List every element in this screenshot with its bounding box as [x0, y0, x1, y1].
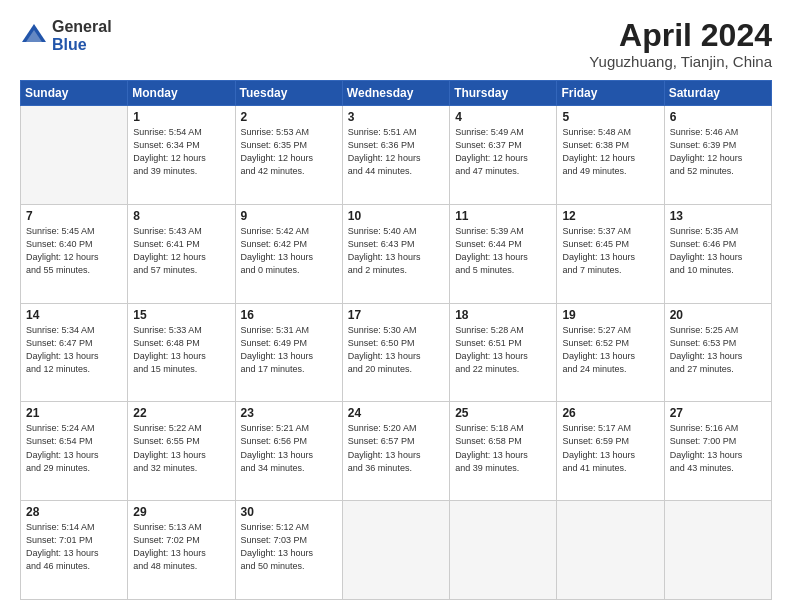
day-number: 21: [26, 406, 122, 420]
header: General Blue April 2024 Yuguzhuang, Tian…: [20, 18, 772, 70]
day-number: 6: [670, 110, 766, 124]
calendar-cell: 21Sunrise: 5:24 AM Sunset: 6:54 PM Dayli…: [21, 402, 128, 501]
day-info: Sunrise: 5:18 AM Sunset: 6:58 PM Dayligh…: [455, 422, 551, 474]
day-number: 3: [348, 110, 444, 124]
day-info: Sunrise: 5:34 AM Sunset: 6:47 PM Dayligh…: [26, 324, 122, 376]
day-info: Sunrise: 5:12 AM Sunset: 7:03 PM Dayligh…: [241, 521, 337, 573]
day-info: Sunrise: 5:24 AM Sunset: 6:54 PM Dayligh…: [26, 422, 122, 474]
day-number: 1: [133, 110, 229, 124]
weekday-header-sunday: Sunday: [21, 81, 128, 106]
calendar-header: SundayMondayTuesdayWednesdayThursdayFrid…: [21, 81, 772, 106]
day-info: Sunrise: 5:31 AM Sunset: 6:49 PM Dayligh…: [241, 324, 337, 376]
day-info: Sunrise: 5:46 AM Sunset: 6:39 PM Dayligh…: [670, 126, 766, 178]
weekday-header-saturday: Saturday: [664, 81, 771, 106]
day-number: 19: [562, 308, 658, 322]
day-number: 22: [133, 406, 229, 420]
calendar-cell: 1Sunrise: 5:54 AM Sunset: 6:34 PM Daylig…: [128, 106, 235, 205]
day-info: Sunrise: 5:51 AM Sunset: 6:36 PM Dayligh…: [348, 126, 444, 178]
calendar-cell: 27Sunrise: 5:16 AM Sunset: 7:00 PM Dayli…: [664, 402, 771, 501]
logo-text: General Blue: [52, 18, 112, 53]
calendar-cell: 22Sunrise: 5:22 AM Sunset: 6:55 PM Dayli…: [128, 402, 235, 501]
calendar-cell: [21, 106, 128, 205]
day-number: 2: [241, 110, 337, 124]
calendar-cell: 23Sunrise: 5:21 AM Sunset: 6:56 PM Dayli…: [235, 402, 342, 501]
day-number: 23: [241, 406, 337, 420]
calendar-cell: 7Sunrise: 5:45 AM Sunset: 6:40 PM Daylig…: [21, 204, 128, 303]
logo: General Blue: [20, 18, 112, 53]
calendar-week-2: 7Sunrise: 5:45 AM Sunset: 6:40 PM Daylig…: [21, 204, 772, 303]
weekday-header-tuesday: Tuesday: [235, 81, 342, 106]
day-number: 12: [562, 209, 658, 223]
day-number: 9: [241, 209, 337, 223]
day-number: 25: [455, 406, 551, 420]
day-info: Sunrise: 5:37 AM Sunset: 6:45 PM Dayligh…: [562, 225, 658, 277]
day-info: Sunrise: 5:30 AM Sunset: 6:50 PM Dayligh…: [348, 324, 444, 376]
page: General Blue April 2024 Yuguzhuang, Tian…: [0, 0, 792, 612]
day-number: 16: [241, 308, 337, 322]
day-info: Sunrise: 5:22 AM Sunset: 6:55 PM Dayligh…: [133, 422, 229, 474]
day-number: 20: [670, 308, 766, 322]
calendar-cell: 5Sunrise: 5:48 AM Sunset: 6:38 PM Daylig…: [557, 106, 664, 205]
day-number: 29: [133, 505, 229, 519]
calendar-cell: 13Sunrise: 5:35 AM Sunset: 6:46 PM Dayli…: [664, 204, 771, 303]
weekday-header-row: SundayMondayTuesdayWednesdayThursdayFrid…: [21, 81, 772, 106]
day-info: Sunrise: 5:25 AM Sunset: 6:53 PM Dayligh…: [670, 324, 766, 376]
day-number: 11: [455, 209, 551, 223]
day-number: 10: [348, 209, 444, 223]
calendar-cell: 9Sunrise: 5:42 AM Sunset: 6:42 PM Daylig…: [235, 204, 342, 303]
day-number: 18: [455, 308, 551, 322]
day-info: Sunrise: 5:45 AM Sunset: 6:40 PM Dayligh…: [26, 225, 122, 277]
calendar-cell: 26Sunrise: 5:17 AM Sunset: 6:59 PM Dayli…: [557, 402, 664, 501]
calendar-week-5: 28Sunrise: 5:14 AM Sunset: 7:01 PM Dayli…: [21, 501, 772, 600]
day-number: 26: [562, 406, 658, 420]
calendar-cell: [664, 501, 771, 600]
calendar-cell: 3Sunrise: 5:51 AM Sunset: 6:36 PM Daylig…: [342, 106, 449, 205]
day-info: Sunrise: 5:43 AM Sunset: 6:41 PM Dayligh…: [133, 225, 229, 277]
location: Yuguzhuang, Tianjin, China: [589, 53, 772, 70]
day-info: Sunrise: 5:40 AM Sunset: 6:43 PM Dayligh…: [348, 225, 444, 277]
logo-icon: [20, 22, 48, 50]
calendar-cell: 4Sunrise: 5:49 AM Sunset: 6:37 PM Daylig…: [450, 106, 557, 205]
calendar-cell: 8Sunrise: 5:43 AM Sunset: 6:41 PM Daylig…: [128, 204, 235, 303]
calendar-table: SundayMondayTuesdayWednesdayThursdayFrid…: [20, 80, 772, 600]
weekday-header-thursday: Thursday: [450, 81, 557, 106]
calendar-cell: [557, 501, 664, 600]
calendar-cell: 2Sunrise: 5:53 AM Sunset: 6:35 PM Daylig…: [235, 106, 342, 205]
calendar-cell: 25Sunrise: 5:18 AM Sunset: 6:58 PM Dayli…: [450, 402, 557, 501]
calendar-cell: 16Sunrise: 5:31 AM Sunset: 6:49 PM Dayli…: [235, 303, 342, 402]
calendar-cell: 14Sunrise: 5:34 AM Sunset: 6:47 PM Dayli…: [21, 303, 128, 402]
day-number: 24: [348, 406, 444, 420]
day-number: 5: [562, 110, 658, 124]
day-info: Sunrise: 5:33 AM Sunset: 6:48 PM Dayligh…: [133, 324, 229, 376]
calendar-cell: 12Sunrise: 5:37 AM Sunset: 6:45 PM Dayli…: [557, 204, 664, 303]
calendar-week-1: 1Sunrise: 5:54 AM Sunset: 6:34 PM Daylig…: [21, 106, 772, 205]
day-number: 14: [26, 308, 122, 322]
day-number: 13: [670, 209, 766, 223]
day-info: Sunrise: 5:35 AM Sunset: 6:46 PM Dayligh…: [670, 225, 766, 277]
weekday-header-wednesday: Wednesday: [342, 81, 449, 106]
calendar-cell: 19Sunrise: 5:27 AM Sunset: 6:52 PM Dayli…: [557, 303, 664, 402]
calendar-cell: 17Sunrise: 5:30 AM Sunset: 6:50 PM Dayli…: [342, 303, 449, 402]
day-number: 8: [133, 209, 229, 223]
day-number: 30: [241, 505, 337, 519]
title-block: April 2024 Yuguzhuang, Tianjin, China: [589, 18, 772, 70]
calendar-cell: 28Sunrise: 5:14 AM Sunset: 7:01 PM Dayli…: [21, 501, 128, 600]
day-info: Sunrise: 5:54 AM Sunset: 6:34 PM Dayligh…: [133, 126, 229, 178]
day-info: Sunrise: 5:21 AM Sunset: 6:56 PM Dayligh…: [241, 422, 337, 474]
calendar-cell: 15Sunrise: 5:33 AM Sunset: 6:48 PM Dayli…: [128, 303, 235, 402]
calendar-cell: 24Sunrise: 5:20 AM Sunset: 6:57 PM Dayli…: [342, 402, 449, 501]
calendar-cell: 30Sunrise: 5:12 AM Sunset: 7:03 PM Dayli…: [235, 501, 342, 600]
day-info: Sunrise: 5:53 AM Sunset: 6:35 PM Dayligh…: [241, 126, 337, 178]
logo-blue: Blue: [52, 36, 112, 54]
day-number: 28: [26, 505, 122, 519]
day-info: Sunrise: 5:17 AM Sunset: 6:59 PM Dayligh…: [562, 422, 658, 474]
weekday-header-friday: Friday: [557, 81, 664, 106]
day-info: Sunrise: 5:27 AM Sunset: 6:52 PM Dayligh…: [562, 324, 658, 376]
day-info: Sunrise: 5:39 AM Sunset: 6:44 PM Dayligh…: [455, 225, 551, 277]
calendar-cell: [450, 501, 557, 600]
day-info: Sunrise: 5:20 AM Sunset: 6:57 PM Dayligh…: [348, 422, 444, 474]
day-info: Sunrise: 5:49 AM Sunset: 6:37 PM Dayligh…: [455, 126, 551, 178]
day-number: 4: [455, 110, 551, 124]
day-info: Sunrise: 5:42 AM Sunset: 6:42 PM Dayligh…: [241, 225, 337, 277]
calendar-week-3: 14Sunrise: 5:34 AM Sunset: 6:47 PM Dayli…: [21, 303, 772, 402]
